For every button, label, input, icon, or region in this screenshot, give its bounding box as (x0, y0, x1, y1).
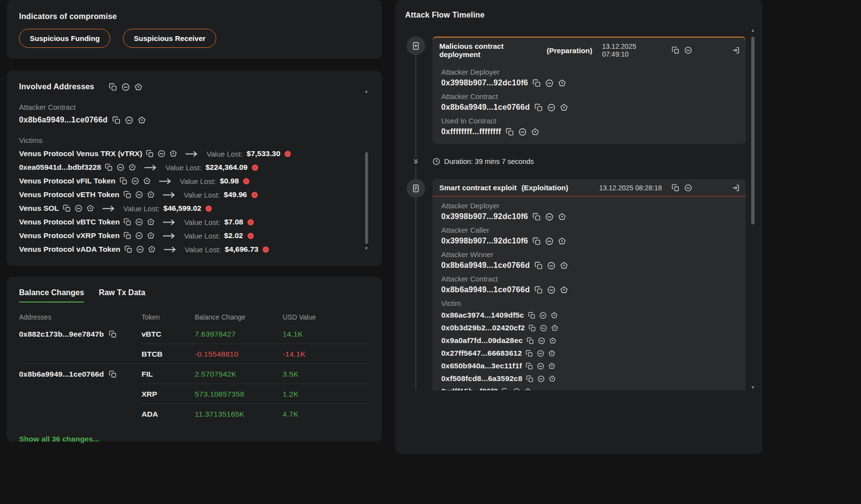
metasleuth-icon[interactable] (684, 184, 692, 192)
metasleuth-icon[interactable] (537, 375, 545, 383)
copy-icon[interactable] (526, 350, 533, 357)
blockscan-icon[interactable] (524, 388, 532, 391)
blockscan-icon[interactable] (128, 163, 136, 171)
blockscan-icon[interactable] (138, 116, 146, 124)
metasleuth-icon[interactable] (135, 218, 143, 226)
event-card-header[interactable]: Malicious contract deployment (Preparati… (432, 38, 746, 63)
blockscan-icon[interactable] (148, 245, 156, 253)
blockscan-icon[interactable] (531, 128, 539, 136)
copy-icon[interactable] (146, 150, 154, 158)
copy-icon[interactable] (124, 245, 132, 253)
metasleuth-icon[interactable] (547, 262, 555, 270)
metasleuth-icon[interactable] (545, 79, 554, 87)
metasleuth-icon[interactable] (540, 324, 547, 332)
copy-icon[interactable] (534, 103, 543, 112)
field-address: 0x3998b907...92dc10f6 (441, 237, 528, 245)
metasleuth-icon[interactable] (537, 363, 544, 370)
blockscan-icon[interactable] (86, 204, 94, 212)
copy-icon[interactable] (502, 388, 509, 391)
blockscan-icon[interactable] (558, 79, 566, 87)
copy-icon[interactable] (533, 237, 541, 245)
show-all-changes-link[interactable]: Show all 36 changes... (19, 435, 369, 444)
copy-icon[interactable] (534, 262, 543, 270)
timeline-event: Malicious contract deployment (Preparati… (405, 37, 754, 144)
tag-suspicious-receiver[interactable]: Suspicious Receiver (123, 29, 216, 48)
loss-token-icon (251, 164, 259, 171)
blockscan-icon[interactable] (147, 191, 155, 199)
copy-icon[interactable] (123, 191, 131, 199)
copy-icon[interactable] (527, 337, 534, 344)
copy-icon[interactable] (528, 312, 535, 319)
copy-icon[interactable] (112, 116, 121, 124)
copy-icon[interactable] (123, 232, 131, 240)
metasleuth-icon[interactable] (545, 237, 554, 245)
field-address: 0x8b6a9949...1ce0766d (441, 103, 530, 112)
copy-icon[interactable] (533, 213, 541, 221)
blockscan-icon[interactable] (560, 286, 568, 294)
metasleuth-icon[interactable] (125, 116, 133, 124)
copy-icon[interactable] (526, 375, 533, 383)
metasleuth-icon[interactable] (136, 245, 144, 253)
tab-raw-tx-data[interactable]: Raw Tx Data (99, 288, 145, 302)
blockscan-icon[interactable] (560, 262, 568, 270)
copy-icon[interactable] (63, 204, 71, 212)
blockscan-icon[interactable] (147, 218, 155, 226)
blockscan-icon[interactable] (549, 337, 556, 344)
victim-name: Venus Protocol vXRP Token (19, 231, 120, 240)
metasleuth-icon[interactable] (684, 46, 692, 54)
blockscan-icon[interactable] (558, 237, 566, 245)
scrollbar-thumb[interactable] (365, 152, 368, 244)
copy-icon[interactable] (105, 163, 113, 171)
metasleuth-icon[interactable] (518, 128, 527, 136)
metasleuth-icon[interactable] (547, 286, 555, 294)
metasleuth-icon[interactable] (547, 103, 555, 112)
metasleuth-icon[interactable] (537, 350, 544, 357)
copy-icon[interactable] (672, 46, 679, 54)
scroll-up-button[interactable]: ▲ (751, 28, 755, 33)
tag-suspicious-funding[interactable]: Suspicious Funding (19, 29, 110, 48)
copy-icon[interactable] (109, 370, 117, 378)
copy-icon[interactable] (109, 83, 117, 91)
scroll-down-button[interactable]: ▼ (364, 246, 369, 251)
blockscan-icon[interactable] (551, 312, 558, 319)
timeline-scroll-area[interactable]: Malicious contract deployment (Preparati… (405, 28, 754, 390)
copy-icon[interactable] (506, 128, 514, 136)
blockscan-icon[interactable] (548, 350, 555, 357)
scroll-down-button[interactable]: ▼ (751, 385, 755, 390)
metasleuth-icon[interactable] (75, 204, 82, 212)
copy-icon[interactable] (526, 363, 533, 370)
copy-icon[interactable] (672, 184, 679, 192)
event-card-header[interactable]: Smart contract exploit (Exploitation) 13… (432, 179, 746, 197)
blockscan-icon[interactable] (134, 83, 143, 91)
blockscan-icon[interactable] (147, 232, 155, 240)
copy-icon[interactable] (120, 177, 127, 185)
tab-balance-changes[interactable]: Balance Changes (19, 288, 84, 302)
copy-icon[interactable] (123, 218, 131, 226)
blockscan-icon[interactable] (549, 375, 556, 383)
open-event-icon[interactable] (732, 183, 740, 192)
metasleuth-icon[interactable] (117, 163, 124, 171)
metasleuth-icon[interactable] (135, 191, 143, 199)
copy-icon[interactable] (529, 324, 536, 332)
blockscan-icon[interactable] (551, 324, 558, 332)
metasleuth-icon[interactable] (131, 177, 139, 185)
metasleuth-icon[interactable] (538, 337, 545, 344)
metasleuth-icon[interactable] (539, 312, 547, 319)
scroll-up-button[interactable]: ▲ (364, 89, 369, 94)
metasleuth-icon[interactable] (513, 388, 520, 391)
copy-icon[interactable] (109, 330, 117, 338)
blockscan-icon[interactable] (143, 177, 151, 185)
copy-icon[interactable] (534, 286, 543, 294)
blockscan-icon[interactable] (560, 103, 568, 112)
metasleuth-icon[interactable] (122, 83, 130, 91)
blockscan-icon[interactable] (558, 213, 566, 221)
open-event-icon[interactable] (732, 46, 740, 55)
metasleuth-icon[interactable] (135, 232, 143, 240)
metasleuth-icon[interactable] (158, 150, 165, 158)
copy-icon[interactable] (533, 79, 541, 87)
scrollbar-thumb[interactable] (751, 37, 755, 224)
blockscan-icon[interactable] (548, 363, 555, 370)
victim-row: Venus Protocol Venus TRX (vTRX) Value Lo… (19, 149, 369, 158)
blockscan-icon[interactable] (169, 150, 177, 158)
metasleuth-icon[interactable] (545, 213, 554, 221)
